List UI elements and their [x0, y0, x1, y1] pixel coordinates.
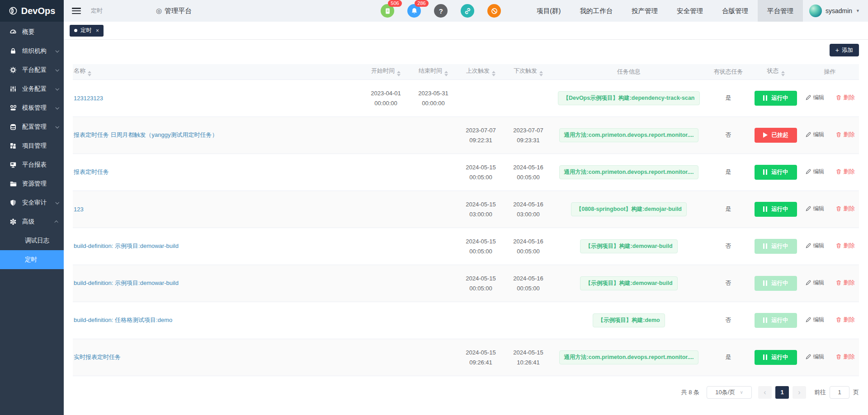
- sort-desc-icon[interactable]: [539, 74, 543, 76]
- delete-button[interactable]: 删除: [835, 131, 855, 139]
- question-quick-button[interactable]: ?: [434, 4, 448, 18]
- column-header-5[interactable]: 下次触发: [505, 64, 552, 79]
- status-button[interactable]: 运行中: [755, 276, 797, 291]
- sort-asc-icon[interactable]: [88, 71, 91, 73]
- sort-asc-icon[interactable]: [444, 71, 448, 73]
- nav-item-1[interactable]: 项目(群): [527, 0, 570, 22]
- sidebar-item-11[interactable]: 高级: [0, 212, 64, 231]
- delete-button[interactable]: 删除: [835, 279, 855, 287]
- task-name-link[interactable]: 123: [74, 206, 84, 213]
- sort-icon[interactable]: [781, 71, 785, 76]
- status-button[interactable]: 运行中: [755, 350, 797, 365]
- column-header-3[interactable]: 结束时间: [410, 64, 457, 79]
- edit-button[interactable]: 编辑: [805, 242, 825, 250]
- column-header-2[interactable]: 开始时间: [362, 64, 410, 79]
- sort-desc-icon[interactable]: [397, 74, 401, 76]
- edit-button[interactable]: 编辑: [805, 131, 825, 139]
- sidebar-item-9[interactable]: 资源管理: [0, 174, 64, 193]
- page-size-select[interactable]: 10条/页 ∨: [707, 386, 752, 399]
- column-header-1[interactable]: 名称: [73, 64, 362, 79]
- edit-label: 编辑: [813, 131, 825, 139]
- status-button[interactable]: 运行中: [755, 202, 797, 217]
- task-name-link[interactable]: 报表定时任务: [74, 168, 109, 175]
- table-row: 报表定时任务2024-05-1500:05:002024-05-1600:05:…: [73, 154, 859, 191]
- page-1-button[interactable]: 1: [775, 386, 789, 399]
- task-name-link[interactable]: build-definition: 示例项目:demowar-build: [74, 280, 179, 286]
- edit-button[interactable]: 编辑: [805, 205, 825, 213]
- status-button[interactable]: 运行中: [755, 313, 797, 328]
- delete-button[interactable]: 删除: [835, 94, 855, 102]
- task-name-link[interactable]: 实时报表定时任务: [74, 354, 121, 360]
- sidebar-item-10[interactable]: 安全审计: [0, 193, 64, 212]
- sort-icon[interactable]: [492, 71, 495, 76]
- menu-toggle-icon[interactable]: [72, 8, 81, 14]
- prev-page-button[interactable]: ‹: [758, 386, 772, 399]
- sort-asc-icon[interactable]: [492, 71, 495, 73]
- edit-button[interactable]: 编辑: [805, 168, 825, 176]
- sidebar-item-3[interactable]: 平台配置: [0, 61, 64, 79]
- tab-close-icon[interactable]: ×: [96, 28, 99, 34]
- sidebar-item-4[interactable]: 业务配置: [0, 79, 64, 98]
- nav-item-4[interactable]: 安全管理: [667, 0, 712, 22]
- nav-item-6[interactable]: 平台管理: [758, 0, 803, 22]
- task-name-link[interactable]: build-definition: 示例项目:demowar-build: [74, 242, 179, 249]
- delete-button[interactable]: 删除: [835, 353, 855, 361]
- stateful-value: 是: [726, 354, 731, 360]
- sort-desc-icon[interactable]: [444, 74, 448, 76]
- sidebar-item-2[interactable]: 组织机构: [0, 42, 64, 61]
- sort-desc-icon[interactable]: [781, 74, 785, 76]
- delete-button[interactable]: 删除: [835, 242, 855, 250]
- column-header-4[interactable]: 上次触发: [457, 64, 505, 79]
- sort-asc-icon[interactable]: [397, 71, 401, 73]
- chevron-down-icon: ▼: [856, 9, 860, 13]
- task-name-link[interactable]: build-definition: 任格格测试项目:demo: [74, 317, 172, 323]
- nav-item-3[interactable]: 投产管理: [622, 0, 667, 22]
- next-page-button[interactable]: ›: [793, 386, 806, 399]
- sidebar-subitem-1[interactable]: 调试日志: [0, 231, 64, 250]
- delete-label: 删除: [844, 94, 855, 102]
- sidebar-item-6[interactable]: 配置管理: [0, 117, 64, 136]
- sidebar-item-1[interactable]: 概要: [0, 23, 64, 42]
- add-button[interactable]: + 添加: [830, 44, 859, 56]
- document-quick-button[interactable]: 506: [381, 4, 394, 18]
- sort-desc-icon[interactable]: [88, 74, 91, 76]
- status-button[interactable]: 运行中: [755, 165, 797, 180]
- chevron-up-icon: [54, 220, 58, 224]
- tab-timer[interactable]: 定时 ×: [70, 25, 104, 37]
- delete-label: 删除: [844, 168, 855, 176]
- name-cell: 实时报表定时任务: [73, 339, 362, 376]
- goto-page-input[interactable]: [830, 386, 849, 399]
- sort-icon[interactable]: [397, 71, 401, 76]
- sort-icon[interactable]: [539, 71, 543, 76]
- sidebar-subitem-2[interactable]: 定时: [0, 250, 64, 269]
- sort-asc-icon[interactable]: [539, 71, 543, 73]
- delete-button[interactable]: 删除: [835, 205, 855, 213]
- status-button[interactable]: 运行中: [755, 91, 797, 106]
- link-quick-button[interactable]: [461, 4, 474, 18]
- sidebar-item-5[interactable]: 模板管理: [0, 98, 64, 117]
- sidebar-item-8[interactable]: 平台报表: [0, 155, 64, 174]
- edit-button[interactable]: 编辑: [805, 279, 825, 287]
- task-name-link[interactable]: 123123123: [74, 95, 103, 102]
- sort-icon[interactable]: [88, 71, 91, 76]
- edit-button[interactable]: 编辑: [805, 353, 825, 361]
- block-quick-button[interactable]: [487, 4, 501, 18]
- delete-button[interactable]: 删除: [835, 168, 855, 176]
- column-header-8[interactable]: 状态: [751, 64, 801, 79]
- edit-button[interactable]: 编辑: [805, 94, 825, 102]
- sidebar-item-7[interactable]: 项目管理: [0, 136, 64, 155]
- task-name-link[interactable]: 报表定时任务 日周月都触发（yanggy测试用定时任务）: [74, 131, 218, 138]
- status-button[interactable]: 已挂起: [755, 128, 797, 143]
- nav-item-2[interactable]: 我的工作台: [570, 0, 622, 22]
- user-menu[interactable]: sysadmin ▼: [803, 5, 868, 17]
- sort-icon[interactable]: [444, 71, 448, 76]
- status-button[interactable]: 运行中: [755, 239, 797, 254]
- sort-desc-icon[interactable]: [492, 74, 495, 76]
- sort-asc-icon[interactable]: [781, 71, 785, 73]
- column-label: 上次触发: [466, 67, 490, 74]
- next-cell: 2024-05-1603:00:00: [505, 191, 552, 228]
- nav-item-5[interactable]: 合版管理: [712, 0, 758, 22]
- delete-button[interactable]: 删除: [835, 316, 855, 324]
- edit-button[interactable]: 编辑: [805, 316, 825, 324]
- bell-quick-button[interactable]: 286: [407, 4, 421, 18]
